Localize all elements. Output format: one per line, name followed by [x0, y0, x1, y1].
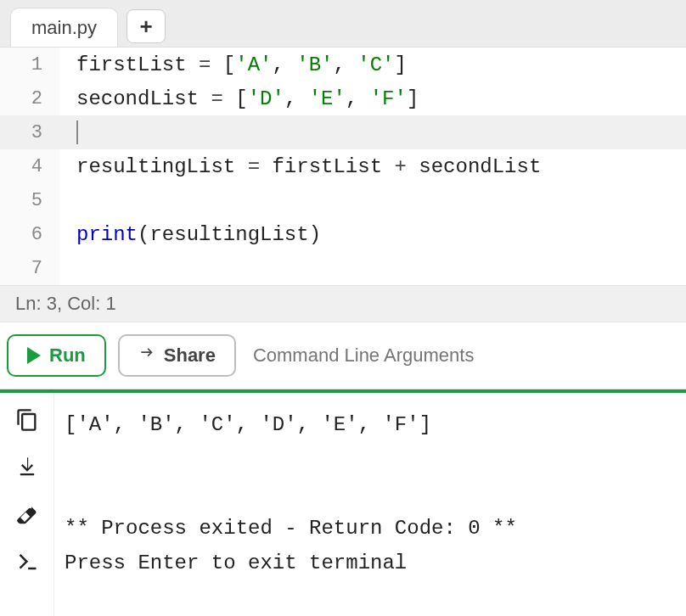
code-token: ,	[284, 87, 309, 110]
line-number: 7	[0, 251, 59, 285]
line-number: 1	[0, 48, 59, 81]
cli-arguments-input[interactable]	[248, 336, 679, 375]
code-token: resultingList	[76, 155, 248, 178]
code-content[interactable]	[59, 183, 686, 217]
editor-line[interactable]: 6print(resultingList)	[0, 217, 686, 251]
code-token: secondList	[407, 155, 541, 178]
share-button[interactable]: Share	[118, 334, 236, 377]
code-token: 'C'	[357, 53, 394, 76]
plus-icon: +	[139, 14, 152, 40]
code-token: 'E'	[309, 87, 346, 110]
download-icon[interactable]	[15, 456, 39, 479]
play-icon	[27, 347, 41, 364]
code-content[interactable]	[59, 115, 686, 149]
code-token: +	[394, 155, 406, 178]
text-cursor	[76, 120, 78, 144]
editor-line[interactable]: 3	[0, 115, 686, 149]
code-token: [	[223, 87, 248, 110]
share-button-label: Share	[164, 344, 216, 367]
code-token: secondList	[76, 87, 211, 110]
code-token: firstList	[76, 53, 199, 76]
code-token: firstList	[260, 155, 394, 178]
tabs-bar: main.py +	[0, 0, 686, 48]
editor-status-bar: Ln: 3, Col: 1	[0, 285, 686, 322]
output-area: ['A', 'B', 'C', 'D', 'E', 'F'] ** Proces…	[0, 389, 686, 616]
code-token: ,	[346, 87, 370, 110]
code-token: 'B'	[296, 53, 333, 76]
editor-line[interactable]: 2secondList = ['D', 'E', 'F']	[0, 81, 686, 115]
editor-line[interactable]: 4resultingList = firstList + secondList	[0, 149, 686, 183]
code-editor[interactable]: 1firstList = ['A', 'B', 'C']2secondList …	[0, 48, 686, 285]
add-tab-button[interactable]: +	[127, 9, 166, 43]
code-content[interactable]	[59, 251, 686, 285]
code-content[interactable]: resultingList = firstList + secondList	[59, 149, 686, 183]
code-token: =	[199, 53, 211, 76]
code-token: 'A'	[235, 53, 272, 76]
line-number: 4	[0, 149, 59, 183]
line-number: 5	[0, 183, 59, 217]
run-button[interactable]: Run	[7, 334, 106, 377]
code-token: ,	[334, 53, 358, 76]
tab-main-py[interactable]: main.py	[10, 8, 118, 47]
share-icon	[138, 344, 155, 367]
code-token: print	[76, 223, 138, 246]
code-token: 'D'	[248, 87, 284, 110]
editor-line[interactable]: 1firstList = ['A', 'B', 'C']	[0, 48, 686, 81]
code-content[interactable]: firstList = ['A', 'B', 'C']	[59, 48, 686, 81]
code-token: [	[211, 53, 235, 76]
code-token: ]	[407, 87, 419, 110]
line-number: 6	[0, 217, 59, 251]
code-token: ,	[272, 53, 296, 76]
code-content[interactable]: print(resultingList)	[59, 217, 686, 251]
run-button-label: Run	[49, 344, 86, 367]
editor-line[interactable]: 5	[0, 183, 686, 217]
code-token: =	[248, 155, 260, 178]
terminal-icon[interactable]	[15, 551, 39, 574]
toolbar: Run Share	[0, 322, 686, 389]
code-token: 'F'	[370, 87, 407, 110]
eraser-icon[interactable]	[15, 503, 39, 527]
line-number: 3	[0, 115, 59, 149]
code-token: =	[211, 87, 222, 110]
editor-line[interactable]: 7	[0, 251, 686, 285]
code-content[interactable]: secondList = ['D', 'E', 'F']	[59, 81, 686, 115]
terminal-output[interactable]: ['A', 'B', 'C', 'D', 'E', 'F'] ** Proces…	[54, 393, 686, 616]
code-token: (resultingList)	[138, 223, 321, 246]
output-side-toolbar	[0, 393, 54, 616]
line-number: 2	[0, 81, 59, 115]
code-token: ]	[395, 53, 407, 76]
copy-icon[interactable]	[15, 408, 39, 432]
